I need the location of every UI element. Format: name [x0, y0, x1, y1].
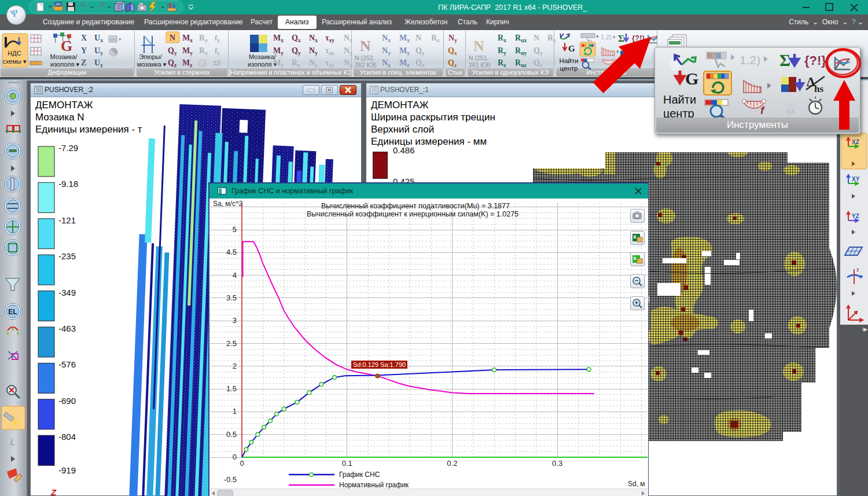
svg-text:EL: EL: [8, 308, 17, 316]
svg-text:Ry: Ry: [498, 46, 506, 56]
svg-text:0.1: 0.1: [342, 459, 352, 468]
svg-text:Nz: Nz: [309, 58, 318, 68]
svg-text:N: N: [360, 38, 371, 54]
svg-text:0.5: 0.5: [226, 430, 237, 439]
svg-text:Qx: Qx: [448, 46, 457, 56]
svg-text:Mz: Mz: [182, 58, 193, 68]
svg-text:N: N: [534, 34, 539, 42]
svg-text:fy: fy: [215, 34, 220, 43]
svg-text:Nz: Nz: [344, 58, 352, 68]
svg-text:-349: -349: [58, 288, 76, 297]
svg-text:Mx: Mx: [182, 34, 193, 43]
svg-text:Qz: Qz: [415, 58, 425, 68]
svg-text:Z: Z: [50, 487, 57, 496]
svg-text:261 КЭ): 261 КЭ): [469, 61, 491, 68]
svg-text:1.5: 1.5: [226, 384, 237, 393]
svg-text:Rux: Rux: [515, 34, 527, 43]
svg-text:L: L: [10, 438, 15, 447]
svg-text:0: 0: [240, 459, 244, 468]
svg-text:N: N: [473, 38, 484, 54]
svg-text:Qy: Qy: [415, 46, 425, 56]
svg-text:Σf: Σf: [213, 58, 220, 67]
svg-text:2.5: 2.5: [226, 339, 237, 348]
svg-text:N (252,: N (252,: [355, 54, 374, 61]
svg-text:Ruz: Ruz: [515, 58, 527, 68]
svg-text:Mx: Mx: [273, 34, 284, 43]
svg-text:0.2: 0.2: [447, 459, 457, 468]
svg-text:1: 1: [233, 407, 237, 416]
svg-text:Вычисленный коэффициент к инер: Вычисленный коэффициент к инерционным си…: [307, 210, 518, 218]
svg-text:Sa, м/с^2: Sa, м/с^2: [213, 200, 243, 208]
svg-text:-0.5: -0.5: [224, 475, 237, 484]
svg-text:Z: Z: [81, 58, 86, 67]
svg-text:Uz: Uz: [94, 58, 103, 68]
svg-text:Mx: Mx: [399, 34, 410, 43]
svg-text:Найти: Найти: [560, 57, 579, 64]
svg-text:N: N: [415, 34, 421, 42]
svg-text:Sd:0.129 Sa:1.790: Sd:0.129 Sa:1.790: [353, 361, 406, 368]
svg-text:My: My: [182, 46, 193, 56]
svg-text:Nz: Nz: [382, 58, 391, 68]
svg-text:Mz: Mz: [399, 58, 410, 68]
svg-text:-463: -463: [58, 324, 76, 333]
svg-text:График СНС: График СНС: [339, 471, 380, 479]
svg-text:Qy: Qy: [292, 46, 301, 56]
svg-text:Эпюры/: Эпюры/: [139, 53, 162, 60]
svg-text:τxz: τxz: [325, 46, 334, 56]
svg-text:G: G: [61, 38, 72, 54]
svg-text:0: 0: [233, 453, 237, 461]
svg-text:-576: -576: [58, 359, 76, 369]
svg-text:Вычисленный коэффициент податл: Вычисленный коэффициент податливости(Mu)…: [321, 202, 510, 210]
svg-text:XY: XY: [852, 176, 860, 182]
svg-text:G: G: [568, 44, 575, 53]
svg-text:изополя ▾: изополя ▾: [50, 61, 79, 68]
svg-text:N: N: [170, 34, 175, 42]
svg-text:Ruy: Ruy: [515, 46, 527, 56]
svg-text:Ry: Ry: [199, 34, 208, 43]
svg-text:3.5: 3.5: [226, 293, 237, 302]
svg-text:Qz: Qz: [534, 58, 543, 68]
svg-text:Qx: Qx: [292, 34, 301, 43]
svg-text:My: My: [399, 46, 410, 56]
svg-text:N (251,: N (251,: [469, 54, 488, 61]
svg-text:4: 4: [233, 271, 237, 280]
svg-text:Nx: Nx: [382, 34, 391, 43]
svg-text:Sd, м: Sd, м: [628, 480, 645, 488]
svg-text:Мозаика/: Мозаика/: [249, 53, 277, 60]
svg-text:центр: центр: [560, 65, 578, 72]
svg-text:Rz: Rz: [199, 46, 208, 56]
svg-text:X: X: [81, 34, 87, 42]
svg-text:Нормативный график: Нормативный график: [339, 481, 409, 489]
svg-text:n(N): n(N): [109, 38, 117, 42]
svg-text:Ny: Ny: [382, 46, 391, 56]
svg-text:Nx: Nx: [344, 34, 352, 43]
svg-text:Rz: Rz: [498, 58, 506, 68]
svg-text:262 КЭ): 262 КЭ): [355, 61, 377, 68]
svg-text:0.3: 0.3: [552, 459, 562, 468]
svg-text:5: 5: [233, 225, 237, 234]
svg-text:Rz: Rz: [292, 58, 300, 68]
svg-text:fz: fz: [215, 46, 220, 56]
svg-text:-121: -121: [58, 215, 76, 225]
svg-text:Qz: Qz: [168, 58, 177, 68]
svg-text:-7.29: -7.29: [58, 143, 78, 153]
svg-text:Qz: Qz: [448, 58, 457, 68]
svg-text:Qy: Qy: [534, 46, 543, 56]
svg-text:Uy: Uy: [94, 46, 103, 56]
svg-text:z: z: [856, 267, 859, 273]
svg-text:-235: -235: [58, 251, 76, 261]
svg-text:НДС: НДС: [8, 50, 21, 57]
svg-text:схемы ▾: схемы ▾: [2, 58, 27, 65]
svg-text:τyz: τyz: [325, 58, 334, 68]
svg-text:4.5: 4.5: [226, 248, 237, 256]
svg-text:Qy: Qy: [168, 46, 177, 56]
svg-text:τxy: τxy: [325, 34, 334, 43]
svg-text:Ny: Ny: [448, 34, 457, 43]
svg-text:Ny: Ny: [309, 46, 318, 56]
svg-text:Rx: Rx: [498, 34, 506, 43]
svg-text:My: My: [273, 46, 284, 56]
svg-text:2: 2: [233, 362, 237, 370]
svg-text:Мозаика/: Мозаика/: [50, 53, 78, 60]
svg-text:I▶: I▶: [862, 326, 868, 332]
svg-text:Ux: Ux: [94, 34, 103, 43]
